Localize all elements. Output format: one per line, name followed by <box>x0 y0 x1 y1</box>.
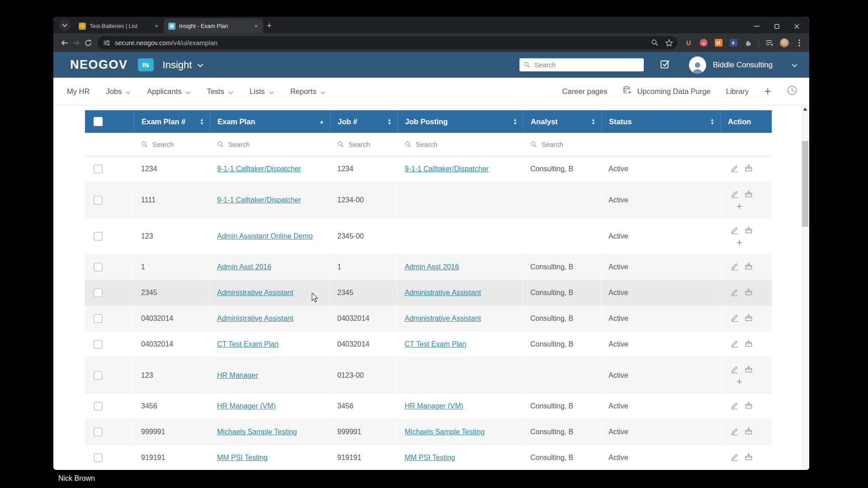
nav-add-button[interactable]: + <box>764 87 771 96</box>
url-bar[interactable]: secure.neogov.com/v4/ui/examplan <box>98 36 678 49</box>
scrollbar-thumb[interactable] <box>802 141 808 227</box>
exam-plan-link[interactable]: Administrative Assistant <box>217 289 293 297</box>
archive-button[interactable] <box>744 339 753 350</box>
add-button[interactable]: + <box>736 202 742 211</box>
page-scrollbar[interactable] <box>801 105 809 470</box>
scroll-up-arrow[interactable] <box>803 108 807 111</box>
tab-search-button[interactable] <box>59 19 71 31</box>
column-search-exam-plan[interactable] <box>210 133 330 156</box>
archive-button[interactable] <box>744 313 753 324</box>
browser-tab-2[interactable]: Insight - Exam Plan× <box>164 19 263 33</box>
job-posting-link[interactable]: 9-1-1 Calltaker/Dispatcher <box>405 165 489 173</box>
archive-button[interactable] <box>744 225 753 236</box>
edit-button[interactable] <box>730 164 739 174</box>
edit-button[interactable] <box>730 365 739 375</box>
column-search-job-posting[interactable] <box>397 133 523 156</box>
maximize-button[interactable] <box>773 23 780 30</box>
exam-plan-link[interactable]: Admin Asst 2016 <box>217 263 271 271</box>
row-checkbox[interactable] <box>94 340 103 349</box>
archive-button[interactable] <box>744 401 753 412</box>
exam-plan-link[interactable]: Admin Assistant Online Demo <box>217 232 313 240</box>
nav-item-career-pages[interactable]: Career pages <box>562 87 607 96</box>
nav-item-jobs[interactable]: Jobs <box>106 87 131 96</box>
archive-icon[interactable] <box>744 164 753 173</box>
column-search-input[interactable] <box>151 140 194 149</box>
zoom-icon[interactable] <box>651 39 659 47</box>
archive-button[interactable] <box>744 262 753 272</box>
sort-arrows-icon[interactable]: ▲▼ <box>200 118 204 125</box>
nav-item-upcoming-data-purge[interactable]: Upcoming Data Purge <box>623 86 710 97</box>
table-row[interactable]: 123Admin Assistant Online Demo2345-00Act… <box>85 218 772 254</box>
job-posting-link[interactable]: MM PSI Testing <box>405 454 455 462</box>
archive-icon[interactable] <box>744 427 753 436</box>
close-button[interactable] <box>793 23 800 30</box>
extension-red-icon[interactable] <box>700 39 708 47</box>
exam-plan-link[interactable]: HR Manager <box>217 371 258 380</box>
archive-icon[interactable] <box>744 401 753 410</box>
row-checkbox[interactable] <box>94 402 103 411</box>
sort-asc-icon[interactable]: ▲ <box>319 119 324 124</box>
archive-icon[interactable] <box>744 339 753 348</box>
job-posting-link[interactable]: Administrative Assistant <box>405 289 481 297</box>
exam-plan-link[interactable]: Michaels Sample Testing <box>217 428 297 436</box>
edit-pencil-icon[interactable] <box>730 365 739 374</box>
nav-item-tests[interactable]: Tests <box>207 87 233 96</box>
edit-pencil-icon[interactable] <box>730 225 739 235</box>
nav-item-library[interactable]: Library <box>726 87 749 96</box>
edit-button[interactable] <box>730 287 739 298</box>
table-row[interactable]: 04032014Administrative Assistant04032014… <box>85 306 772 332</box>
archive-icon[interactable] <box>744 313 753 322</box>
tab-close-icon[interactable]: × <box>253 23 259 29</box>
column-header-analyst[interactable]: Analyst▲▼ <box>523 110 601 133</box>
column-search-input[interactable] <box>348 140 390 149</box>
column-header-exam-plan-[interactable]: Exam Plan #▲▼ <box>134 110 210 133</box>
extension-h-icon[interactable]: H <box>715 39 722 47</box>
nav-item-lists[interactable]: Lists <box>250 87 274 96</box>
refresh-button[interactable] <box>82 37 94 49</box>
edit-pencil-icon[interactable] <box>730 262 739 271</box>
edit-button[interactable] <box>730 313 739 324</box>
archive-button[interactable] <box>744 164 753 174</box>
account-avatar[interactable] <box>689 56 706 74</box>
job-posting-link[interactable]: Administrative Assistant <box>405 314 481 323</box>
job-posting-link[interactable]: Michaels Sample Testing <box>405 428 485 436</box>
global-search-input[interactable] <box>533 61 626 69</box>
exam-plan-link[interactable]: HR Manager (VM) <box>217 402 276 410</box>
minimize-button[interactable] <box>753 23 760 30</box>
edit-button[interactable] <box>730 339 739 350</box>
column-header-status[interactable]: Status▲▼ <box>601 110 720 133</box>
job-posting-link[interactable]: Admin Asst 2016 <box>405 263 459 271</box>
archive-icon[interactable] <box>744 189 753 198</box>
job-posting-link[interactable]: CT Test Exam Plan <box>405 340 466 348</box>
account-menu-button[interactable] <box>792 61 797 69</box>
exam-plan-link[interactable]: CT Test Exam Plan <box>217 340 278 348</box>
column-search-exam-plan-[interactable] <box>134 133 210 156</box>
sort-arrows-icon[interactable]: ▲▼ <box>591 118 595 125</box>
edit-pencil-icon[interactable] <box>730 452 739 461</box>
reading-list-button[interactable] <box>765 38 774 47</box>
archive-button[interactable] <box>744 365 753 375</box>
column-header-job-posting[interactable]: Job Posting▲▼ <box>397 110 523 133</box>
forward-button[interactable] <box>71 37 82 49</box>
edit-button[interactable] <box>730 427 739 437</box>
table-row[interactable]: 11119-1-1 Calltaker/Dispatcher1234-00Act… <box>85 182 772 218</box>
row-checkbox[interactable] <box>94 263 103 272</box>
edit-button[interactable] <box>730 262 739 272</box>
archive-button[interactable] <box>744 189 753 200</box>
sort-arrows-icon[interactable]: ▲▼ <box>513 118 517 125</box>
browser-menu-button[interactable] <box>795 38 804 47</box>
add-button[interactable]: + <box>736 378 742 386</box>
row-checkbox[interactable] <box>94 427 103 436</box>
edit-pencil-icon[interactable] <box>730 164 739 173</box>
row-checkbox[interactable] <box>94 196 103 205</box>
back-button[interactable] <box>59 37 71 49</box>
archive-icon[interactable] <box>744 225 753 235</box>
table-row[interactable]: 999991Michaels Sample Testing999991Micha… <box>85 419 772 445</box>
archive-button[interactable] <box>744 287 753 298</box>
extensions-puzzle-button[interactable] <box>744 38 753 47</box>
bookmark-star-icon[interactable] <box>665 39 673 47</box>
history-button[interactable] <box>787 85 797 98</box>
archive-button[interactable] <box>744 427 753 437</box>
row-checkbox[interactable] <box>94 232 103 241</box>
edit-button[interactable] <box>730 452 739 463</box>
